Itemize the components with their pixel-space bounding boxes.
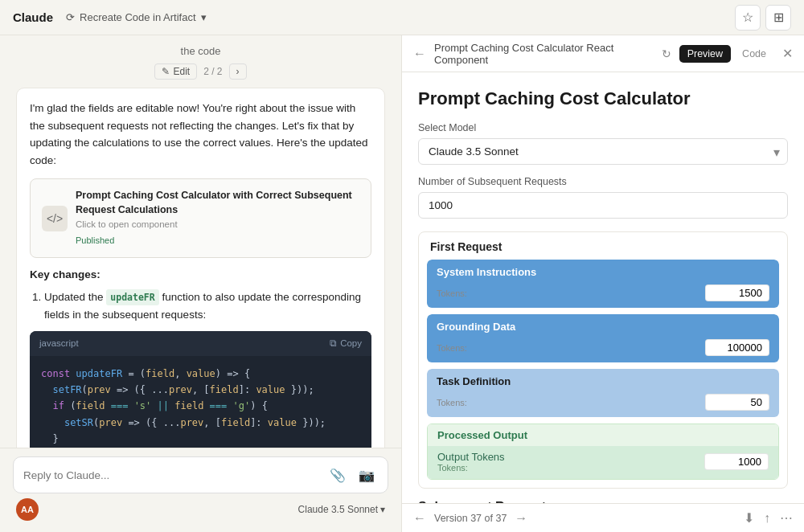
chat-input[interactable] bbox=[23, 469, 320, 481]
footer-icons: ⬇ ↑ ⋯ bbox=[744, 510, 793, 526]
footer-next-button[interactable]: → bbox=[515, 511, 527, 526]
preview-tabs: Preview Code bbox=[679, 45, 774, 63]
system-tokens-label: Tokens: bbox=[437, 289, 467, 298]
copy-button[interactable]: ⧉ Copy bbox=[330, 338, 362, 349]
footer-more-button[interactable]: ⋯ bbox=[780, 510, 793, 526]
artifact-info: Prompt Caching Cost Calculator with Corr… bbox=[76, 189, 359, 248]
brand-logo: Claude bbox=[13, 10, 53, 24]
processed-output-section: Processed Output Output Tokens Tokens: bbox=[427, 424, 779, 480]
faded-top-text: the code bbox=[16, 45, 385, 63]
key-changes-heading: Key changes: bbox=[30, 266, 371, 284]
edit-bar: ✎ Edit 2 / 2 › bbox=[16, 63, 385, 80]
grounding-data-input[interactable] bbox=[705, 339, 769, 356]
edit-icon: ✎ bbox=[162, 66, 170, 77]
calc-title: Prompt Caching Cost Calculator bbox=[418, 88, 788, 109]
first-request-section: First Request System Instructions Tokens… bbox=[418, 231, 788, 489]
page-indicator: 2 / 2 bbox=[203, 66, 222, 77]
task-tokens-label: Tokens: bbox=[437, 398, 467, 407]
preview-header: ← Prompt Caching Cost Calculator React C… bbox=[402, 35, 804, 72]
nav-title-btn[interactable]: ⟳ Recreate Code in Artifact ▾ bbox=[66, 11, 207, 23]
version-text: Version 37 of 37 bbox=[434, 513, 507, 524]
settings-button[interactable]: ⊞ bbox=[765, 5, 791, 31]
code-lang-label: javascript bbox=[39, 336, 79, 350]
code-block-header: javascript ⧉ Copy bbox=[30, 331, 371, 355]
top-nav: Claude ⟳ Recreate Code in Artifact ▾ ☆ ⊞ bbox=[0, 0, 804, 35]
chevron-down-icon: ▾ bbox=[201, 11, 207, 23]
camera-button[interactable]: 📷 bbox=[355, 464, 378, 486]
refresh-icon: ⟳ bbox=[66, 11, 75, 23]
user-avatar: AA bbox=[16, 498, 39, 521]
system-instructions-row: System Instructions Tokens: bbox=[427, 260, 779, 308]
chat-footer: AA Claude 3.5 Sonnet ▾ bbox=[13, 493, 388, 521]
model-name: Claude 3.5 Sonnet bbox=[298, 504, 378, 515]
output-tokens-row: Output Tokens Tokens: bbox=[428, 446, 778, 479]
task-definition-row: Task Definition Tokens: bbox=[427, 369, 779, 417]
updateFR-badge: updateFR bbox=[106, 289, 158, 305]
artifact-subtitle: Click to open component bbox=[76, 217, 359, 231]
model-chevron-icon: ▾ bbox=[380, 504, 385, 515]
footer-share-button[interactable]: ↑ bbox=[764, 510, 770, 526]
change1-prefix: Updated the bbox=[44, 291, 106, 303]
preview-footer: ← Version 37 of 37 → ⬇ ↑ ⋯ bbox=[402, 503, 804, 532]
preview-content: Prompt Caching Cost Calculator Select Mo… bbox=[402, 72, 804, 503]
footer-nav: ← Version 37 of 37 → bbox=[413, 511, 527, 526]
attachment-button[interactable]: 📎 bbox=[326, 464, 349, 486]
task-definition-input[interactable] bbox=[705, 394, 769, 411]
preview-close-button[interactable]: ✕ bbox=[782, 46, 793, 61]
edit-button[interactable]: ✎ Edit bbox=[154, 63, 197, 80]
star-button[interactable]: ☆ bbox=[735, 5, 761, 31]
footer-prev-button[interactable]: ← bbox=[413, 511, 426, 526]
output-tokens-label: Output Tokens bbox=[437, 451, 505, 463]
changes-list: Updated the updateFR function to also up… bbox=[30, 289, 371, 323]
preview-panel: ← Prompt Caching Cost Calculator React C… bbox=[402, 35, 804, 532]
artifact-code-icon: </> bbox=[42, 206, 68, 231]
message-bubble: I'm glad the fields are editable now! Yo… bbox=[16, 88, 385, 448]
tab-code[interactable]: Code bbox=[734, 45, 774, 63]
footer-download-button[interactable]: ⬇ bbox=[744, 510, 754, 526]
chat-input-box: 📎 📷 bbox=[13, 456, 388, 493]
processed-output-title: Processed Output bbox=[428, 424, 778, 446]
message-text: I'm glad the fields are editable now! Yo… bbox=[30, 100, 371, 169]
system-instructions-label: System Instructions bbox=[427, 260, 779, 281]
main-layout: the code ✎ Edit 2 / 2 › I'm glad the fie… bbox=[0, 35, 804, 532]
change-item-1: Updated the updateFR function to also up… bbox=[44, 289, 371, 323]
system-instructions-body: Tokens: bbox=[427, 281, 779, 308]
artifact-published: Published bbox=[76, 234, 359, 248]
model-selector[interactable]: Claude 3.5 Sonnet ▾ bbox=[298, 504, 385, 515]
code-block-body: const updateFR = (field, value) => { set… bbox=[30, 356, 371, 448]
model-select[interactable]: Claude 3.5 Sonnet Claude 3 Opus Claude 3… bbox=[418, 138, 788, 165]
first-request-title: First Request bbox=[419, 232, 787, 260]
grounding-data-body: Tokens: bbox=[427, 336, 779, 362]
output-tokens-input[interactable] bbox=[704, 453, 769, 470]
grounding-data-label: Grounding Data bbox=[427, 314, 779, 336]
preview-back-button[interactable]: ← bbox=[413, 47, 426, 61]
requests-input[interactable] bbox=[418, 192, 788, 219]
artifact-title: Prompt Caching Cost Calculator with Corr… bbox=[76, 189, 359, 217]
preview-title: Prompt Caching Cost Calculator React Com… bbox=[434, 42, 654, 66]
task-definition-body: Tokens: bbox=[427, 391, 779, 417]
project-title: Recreate Code in Artifact bbox=[80, 11, 196, 23]
output-token-label2: Tokens: bbox=[437, 463, 505, 473]
code-block: javascript ⧉ Copy const updateFR = (fiel… bbox=[30, 331, 371, 448]
chat-messages: the code ✎ Edit 2 / 2 › I'm glad the fie… bbox=[0, 35, 401, 448]
chat-input-area: 📎 📷 AA Claude 3.5 Sonnet ▾ bbox=[0, 448, 401, 532]
preview-refresh-button[interactable]: ↻ bbox=[662, 47, 671, 60]
model-field-label: Select Model bbox=[418, 122, 788, 133]
chat-panel: the code ✎ Edit 2 / 2 › I'm glad the fie… bbox=[0, 35, 402, 532]
task-definition-label: Task Definition bbox=[427, 369, 779, 391]
artifact-card[interactable]: </> Prompt Caching Cost Calculator with … bbox=[30, 178, 371, 258]
next-page-button[interactable]: › bbox=[229, 63, 247, 80]
copy-icon: ⧉ bbox=[330, 338, 337, 349]
system-instructions-input[interactable] bbox=[705, 284, 769, 301]
tab-preview[interactable]: Preview bbox=[679, 45, 731, 63]
grounding-tokens-label: Tokens: bbox=[437, 343, 467, 353]
model-select-wrapper: Claude 3.5 Sonnet Claude 3 Opus Claude 3… bbox=[418, 138, 788, 165]
grounding-data-row: Grounding Data Tokens: bbox=[427, 314, 779, 362]
requests-field-label: Number of Subsequent Requests bbox=[418, 176, 788, 187]
